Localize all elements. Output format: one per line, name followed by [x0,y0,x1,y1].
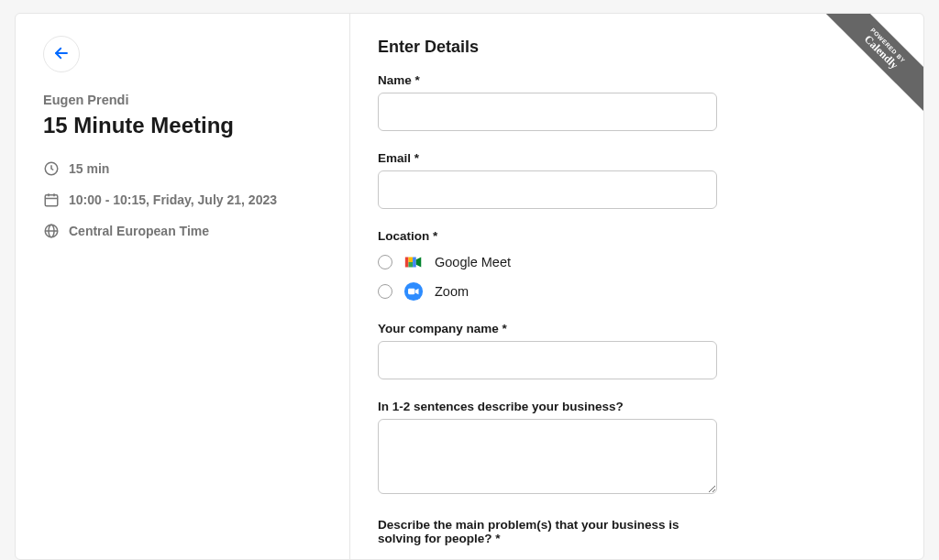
radio-icon [378,284,392,299]
email-label: Email * [378,151,896,165]
problem-label: Describe the main problem(s) that your b… [378,518,717,545]
timezone-row: Central European Time [43,223,322,239]
location-option-label: Google Meet [435,255,511,269]
google-meet-icon [403,252,424,272]
duration-text: 15 min [69,161,109,176]
required-star: * [503,322,507,335]
location-group: Location * Google Meet [378,229,896,302]
svg-rect-15 [408,289,414,294]
back-button[interactable] [43,36,80,72]
location-option-label: Zoom [435,284,469,299]
duration-row: 15 min [43,160,322,177]
location-label: Location * [378,229,896,243]
location-option-zoom[interactable]: Zoom [378,281,896,302]
location-option-google-meet[interactable]: Google Meet [378,252,896,272]
clock-icon [43,160,60,177]
required-star: * [433,229,437,243]
required-star: * [414,151,419,165]
timezone-text: Central European Time [69,224,209,238]
describe-business-input[interactable] [378,419,717,494]
svg-rect-11 [409,262,414,268]
meeting-title: 15 Minute Meeting [43,113,322,138]
required-star: * [495,532,500,545]
datetime-row: 10:00 - 10:15, Friday, July 21, 2023 [43,192,322,208]
calendar-icon [43,192,60,208]
form-panel: Enter Details Name * Email * Location * [350,14,923,559]
svg-rect-10 [409,258,414,263]
svg-rect-2 [45,195,58,206]
booking-card: Eugen Prendi 15 Minute Meeting 15 min [15,13,924,560]
required-star: * [415,73,420,87]
svg-marker-13 [416,258,422,268]
arrow-left-icon [53,45,70,64]
form-title: Enter Details [378,38,896,57]
datetime-text: 10:00 - 10:15, Friday, July 21, 2023 [69,192,277,207]
summary-panel: Eugen Prendi 15 Minute Meeting 15 min [16,14,350,559]
describe-business-label: In 1-2 sentences describe your business? [378,400,896,413]
zoom-icon [403,281,424,302]
company-input[interactable] [378,341,717,379]
svg-rect-12 [413,258,416,268]
globe-icon [43,223,60,239]
email-input[interactable] [378,170,717,209]
host-name: Eugen Prendi [43,93,322,107]
svg-rect-9 [405,258,409,268]
name-input[interactable] [378,93,717,131]
radio-icon [378,255,392,269]
name-label: Name * [378,73,896,87]
company-label: Your company name * [378,322,896,335]
